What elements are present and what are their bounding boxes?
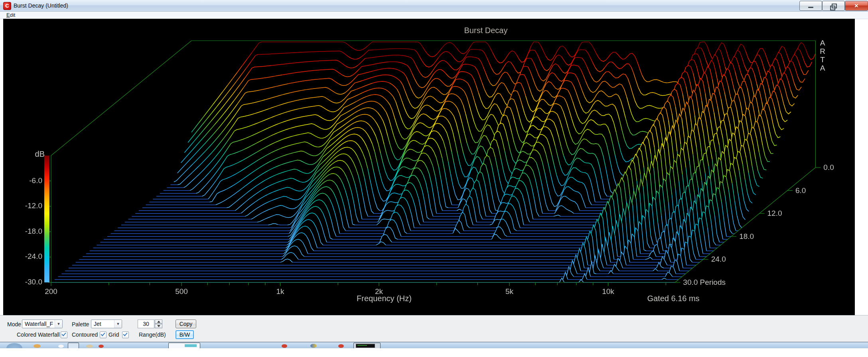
freq-tick-label: 200 (27, 287, 75, 296)
chevron-down-icon: ▼ (55, 320, 62, 328)
contoured-label: Contoured (72, 331, 98, 338)
menu-bar: Edit (0, 12, 868, 19)
taskbar-icon[interactable] (86, 345, 93, 348)
burst-decay-plot: Burst Decay dB Frequency (Hz) Gated 6.16… (3, 19, 855, 315)
grid-checkbox[interactable] (122, 331, 129, 338)
taskbar-icon[interactable] (282, 344, 287, 348)
taskbar-icon[interactable] (310, 344, 317, 348)
db-tick-label: -12.0 (6, 201, 42, 210)
mode-dropdown[interactable]: Waterfall_F ▼ (22, 320, 63, 328)
plot-title: Burst Decay (442, 26, 530, 35)
range-db-label: Range(dB) (139, 331, 166, 338)
freq-tick-label: 500 (158, 287, 205, 296)
minimize-button[interactable] (799, 1, 822, 11)
freq-tick-label: 1k (256, 287, 304, 296)
taskbar-icon[interactable] (34, 344, 41, 348)
periods-tick-label: 18.0 (739, 232, 754, 241)
spinner-down-icon[interactable] (155, 324, 162, 328)
colored-waterfall-checkbox[interactable] (61, 331, 67, 338)
palette-dropdown[interactable]: Jet ▼ (91, 320, 122, 328)
taskbar-sliver (0, 342, 868, 348)
db-axis-unit: dB (17, 150, 45, 159)
db-tick-label: -24.0 (6, 252, 42, 261)
window-title: Burst Decay (Untitled) (14, 2, 68, 9)
close-icon: × (854, 2, 858, 10)
contoured-checkbox[interactable] (100, 331, 107, 338)
mode-value: Waterfall_F (25, 321, 53, 327)
bw-button[interactable]: B/W (176, 330, 194, 339)
taskbar-icon[interactable] (99, 345, 104, 348)
freq-tick-label: 10k (584, 287, 632, 296)
minimize-icon (808, 7, 813, 8)
menu-edit[interactable]: Edit (4, 12, 18, 18)
taskbar-button[interactable] (168, 343, 200, 349)
arta-watermark: ARTA (817, 39, 828, 72)
db-colorbar (44, 156, 49, 282)
range-input[interactable]: 30 (138, 320, 154, 328)
periods-tick-label: 30.0 Periods (683, 278, 726, 287)
restore-icon (832, 4, 837, 8)
periods-tick-label: 12.0 (767, 209, 782, 218)
arta-burst-decay-window: C Burst Decay (Untitled) × Edit Burst De… (0, 0, 868, 357)
chevron-down-icon: ▼ (114, 320, 122, 328)
colored-waterfall-label: Colored Waterfall (17, 331, 60, 338)
gate-time-label: Gated 6.16 ms (625, 294, 721, 303)
copy-button[interactable]: Copy (176, 320, 196, 328)
periods-tick-label: 24.0 (711, 255, 726, 264)
db-tick-label: -30.0 (6, 278, 42, 286)
title-bar: C Burst Decay (Untitled) × (0, 0, 868, 12)
restore-button[interactable] (822, 1, 845, 11)
palette-label: Palette (72, 321, 89, 327)
taskbar-preview-button[interactable] (353, 343, 381, 349)
control-bar: Mode Waterfall_F ▼ Palette Jet ▼ 30 Copy… (0, 315, 868, 342)
periods-tick-label: 6.0 (795, 186, 806, 195)
close-button[interactable]: × (845, 1, 868, 11)
range-spinner[interactable] (155, 320, 162, 328)
taskbar-icon[interactable] (58, 345, 64, 348)
periods-tick-label: 0.0 (823, 163, 834, 172)
taskbar-button[interactable] (68, 343, 79, 349)
db-tick-label: -18.0 (6, 227, 42, 236)
palette-value: Jet (94, 321, 101, 327)
taskbar-icon[interactable] (338, 344, 344, 348)
mode-label: Mode (7, 321, 21, 327)
db-tick-label: -6.0 (6, 176, 42, 185)
background-strip (0, 348, 868, 357)
app-icon: C (3, 2, 11, 10)
freq-tick-label: 2k (355, 287, 403, 296)
waterfall-canvas (3, 19, 855, 315)
freq-tick-label: 5k (485, 287, 533, 296)
spinner-up-icon[interactable] (155, 320, 162, 324)
grid-label: Grid (108, 331, 119, 338)
